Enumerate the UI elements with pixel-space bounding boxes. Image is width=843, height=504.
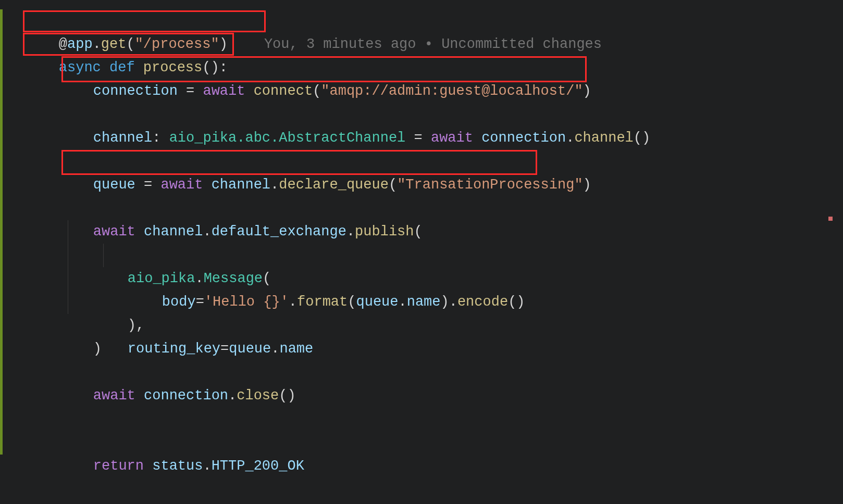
const-http-200: HTTP_200_OK [212, 458, 304, 474]
code-line-6[interactable]: await channel.default_exchange.publish( [0, 197, 843, 220]
code-line-blank[interactable] [0, 80, 843, 103]
code-line-blank[interactable] [0, 173, 843, 197]
code-line-11[interactable]: ) [0, 314, 843, 337]
code-line-7[interactable]: aio_pika.Message( [0, 220, 843, 244]
code-line-4[interactable]: channel: aio_pika.abc.AbstractChannel = … [0, 103, 843, 127]
code-line-3[interactable]: connection = await connect("amqp://admin… [0, 56, 843, 80]
kw-return: return [93, 458, 152, 474]
code-line-blank[interactable] [0, 408, 843, 431]
code-line-8[interactable]: body='Hello {}'.format(queue.name).encod… [0, 244, 843, 267]
code-line-2[interactable]: async def process(): [0, 33, 843, 56]
code-line-5[interactable]: queue = await channel.declare_queue("Tra… [0, 150, 843, 173]
code-line-blank[interactable] [0, 337, 843, 361]
code-line-9[interactable]: ), [0, 267, 843, 291]
code-line-blank[interactable] [0, 127, 843, 150]
code-line-10[interactable]: routing_key=queue.name [0, 291, 843, 314]
code-line-1[interactable]: @app.get("/process")You, 3 minutes ago •… [0, 9, 843, 33]
code-line-13[interactable]: return status.HTTP_200_OK [0, 431, 843, 455]
code-line-blank[interactable] [0, 384, 843, 408]
eol-marker-icon [828, 217, 833, 221]
code-editor[interactable]: @app.get("/process")You, 3 minutes ago •… [0, 0, 843, 455]
code-line-12[interactable]: await connection.close() [0, 361, 843, 384]
